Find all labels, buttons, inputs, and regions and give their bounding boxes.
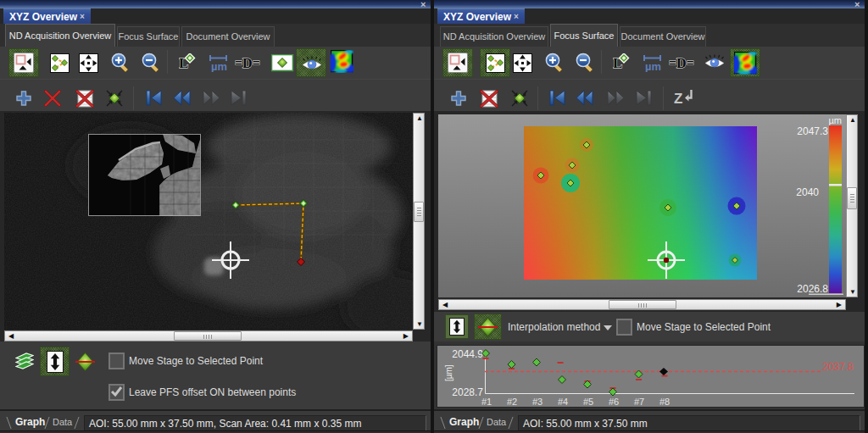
svg-text:2047.3: 2047.3 [797,125,828,137]
svg-text:#5: #5 [583,397,593,407]
svg-text:µm: µm [828,115,842,125]
svg-text:2026.8: 2026.8 [797,283,828,295]
svg-text:2044.9: 2044.9 [452,348,483,360]
svg-text:#1: #1 [481,397,492,407]
svg-text:#4: #4 [558,397,568,407]
svg-text:#8: #8 [659,397,670,407]
svg-text:#2: #2 [507,397,517,407]
svg-text:2040: 2040 [796,186,819,198]
svg-text:2037.8: 2037.8 [822,361,854,373]
svg-text:#7: #7 [634,397,644,407]
svg-text:#3: #3 [532,397,542,407]
svg-text:#6: #6 [609,397,619,407]
svg-text:[µm]: [µm] [444,364,453,381]
svg-text:2028.7: 2028.7 [452,386,483,398]
